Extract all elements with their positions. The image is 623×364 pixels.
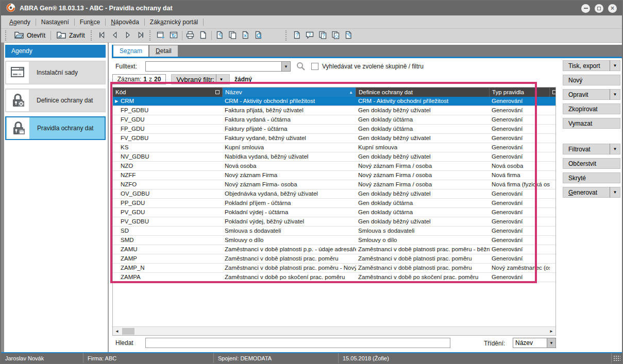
- column-header-definice-ochrany-dat[interactable]: Definice ochrany dat: [356, 88, 490, 97]
- column-header-k-d[interactable]: Kód: [113, 88, 223, 97]
- column-header-typ-pravidla[interactable]: Typ pravidla: [490, 88, 550, 97]
- menu-item-funkce[interactable]: Funkce: [75, 16, 105, 28]
- help-reference-icon: ◇: [331, 30, 340, 41]
- fulltext-dropdown-button[interactable]: ▼: [281, 62, 290, 71]
- action-button-label: Tisk, export: [563, 62, 610, 70]
- menu-item-zakaznicky-portal[interactable]: Zákaznický portál: [145, 16, 203, 28]
- toolbar-grip[interactable]: [285, 30, 288, 41]
- filtrovat-button[interactable]: Filtrovat▼: [563, 144, 620, 154]
- opravit-dropdown[interactable]: ▼: [610, 92, 620, 97]
- column-config-icon[interactable]: [215, 90, 220, 94]
- copy-record-button[interactable]: [226, 30, 239, 42]
- table-row[interactable]: ▶FV_GDBUFaktury vydané, běžný uživatelGe…: [113, 134, 555, 143]
- cell-type: Generování: [490, 115, 550, 124]
- table-row[interactable]: ▶PV_GDBUPokladní výdej, běžný uživatelGe…: [113, 217, 555, 227]
- selected-filter-dropdown[interactable]: ▼: [216, 77, 226, 82]
- previous-record-icon: [110, 30, 120, 41]
- skryte-button[interactable]: Skryté: [563, 172, 620, 183]
- scrollbar-thumb[interactable]: [122, 328, 134, 335]
- resize-grip-icon[interactable]: [613, 355, 620, 361]
- scroll-left-button[interactable]: ◄: [113, 327, 121, 335]
- toolbar-grip[interactable]: [149, 30, 151, 41]
- sort-dropdown-button[interactable]: ▼: [547, 338, 555, 348]
- last-record-button[interactable]: [134, 30, 147, 42]
- tisk-export-dropdown[interactable]: ▼: [610, 63, 620, 68]
- sidebar-item-instala-n-sady[interactable]: Instalační sady: [5, 61, 106, 84]
- cell-name: Zaměstnanci v době platnosti prac. poměr…: [223, 264, 356, 272]
- table-row[interactable]: ▶OV_GDBUObjednávka vydaná, běžný uživate…: [113, 189, 555, 199]
- close-button[interactable]: ×: [608, 4, 617, 13]
- minimize-button[interactable]: [581, 4, 590, 13]
- table-row[interactable]: ▶CRMCRM - Aktivity obchodní příležitostC…: [113, 97, 555, 106]
- table-row[interactable]: ▶SDSmlouva s dodavateliSmlouva s dodavat…: [113, 227, 555, 236]
- obcerstvit-button[interactable]: Občerstvit: [563, 158, 620, 169]
- fulltext-combobox: ▼: [145, 61, 291, 72]
- table-row[interactable]: ▶SMDSmlouvy o díloSmlouvy o díloGenerová…: [113, 236, 555, 245]
- action-button-label: Filtrovat: [563, 146, 610, 153]
- table-row[interactable]: ▶ZAMPAZaměstnanci v době po skočení prac…: [113, 273, 555, 282]
- table-row[interactable]: ▶ZAMUZaměstnanci v době platnosti p.p. -…: [113, 245, 555, 254]
- toolbar-grip[interactable]: [5, 30, 7, 41]
- edit-record-button[interactable]: ✎: [213, 30, 226, 42]
- table-row[interactable]: ▶NZFFNový záznam FirmaNový záznam Firma …: [113, 171, 555, 180]
- refresh-window-button[interactable]: ↻: [167, 30, 180, 42]
- sidebar-item-label: Definice ochrany dat: [29, 97, 93, 104]
- toolbar-grip[interactable]: [91, 30, 93, 41]
- vymazat-button[interactable]: Vymazat: [563, 118, 620, 129]
- sidebar-item-definice-ochrany-dat[interactable]: Definice ochrany dat: [5, 89, 106, 112]
- table-row[interactable]: ▶KSKupní smlouvaKupní smlouvaGenerování: [113, 143, 555, 152]
- fulltext-input[interactable]: [146, 62, 281, 71]
- column-config-icon[interactable]: [552, 90, 556, 94]
- table-row[interactable]: ▶NV_GDBUNabídka vydaná, běžný uživatelGe…: [113, 152, 555, 162]
- close-agenda-button[interactable]: Zavřít: [53, 29, 89, 42]
- table-row[interactable]: ▶NZFONový záznam Firma- osobaNový záznam…: [113, 180, 555, 189]
- table-row[interactable]: ▶ZAMPZaměstnanci v době platnosti prac. …: [113, 254, 555, 264]
- table-row[interactable]: ▶PP_GDUPokladní příjem - účtárnaGen dokl…: [113, 199, 555, 208]
- sidebar-item-pravidla-ochrany-dat[interactable]: Pravidla ochrany dat: [5, 116, 106, 140]
- open-button[interactable]: Otevřít: [10, 29, 49, 42]
- column-header-box[interactable]: [550, 88, 556, 97]
- search-icon[interactable]: [296, 61, 306, 73]
- help-reference-button[interactable]: ◇: [329, 30, 342, 42]
- maximize-button[interactable]: [595, 4, 603, 13]
- cell-name: Nový záznam Firma- osoba: [223, 180, 356, 189]
- table-row[interactable]: ▶FP_GDBUFaktura přijatá, běžný uživatelG…: [113, 106, 555, 115]
- help-topics-button[interactable]: ?: [316, 30, 329, 42]
- previous-record-button[interactable]: [109, 30, 122, 42]
- new-document-button[interactable]: [197, 30, 210, 42]
- tisk-export-button[interactable]: Tisk, export▼: [563, 60, 620, 71]
- table-row[interactable]: ▶FP_GDUFaktury přijaté - účtárnaGen dokl…: [113, 125, 555, 134]
- opravit-button[interactable]: Opravit▼: [563, 89, 620, 100]
- search-record-button[interactable]: [252, 30, 265, 42]
- tab-detail[interactable]: Detail: [149, 45, 178, 57]
- selected-filter-button[interactable]: Vybraný filtr: ▼: [171, 74, 230, 84]
- menu-item-napoveda[interactable]: Nápověda: [106, 16, 144, 28]
- quick-search-input[interactable]: [146, 338, 450, 348]
- context-help-button[interactable]: ?: [304, 30, 316, 42]
- table-row[interactable]: ▶FV_GDUFaktura vydaná - účtárnaGen dokla…: [113, 115, 555, 125]
- table-row[interactable]: ▶PV_GDUPokladní výdej - účtárnaGen dokla…: [113, 208, 555, 217]
- print-button[interactable]: [184, 30, 197, 42]
- group-filter-checkbox[interactable]: [311, 63, 318, 70]
- open-agenda-button[interactable]: +: [155, 30, 167, 42]
- send-feedback-button[interactable]: ✎: [342, 30, 355, 42]
- svg-text:×: ×: [244, 32, 247, 38]
- filtrovat-dropdown[interactable]: ▼: [610, 147, 620, 151]
- help-button[interactable]: ?: [291, 30, 304, 42]
- zkopirovat-button[interactable]: Zkopírovat: [563, 103, 620, 114]
- menu-item-nastaveni[interactable]: Nastavení: [36, 16, 74, 28]
- generovat-button[interactable]: Generovat▼: [563, 187, 620, 198]
- table-row[interactable]: ▶NZONová osobaNový záznam Firma / osobaN…: [113, 162, 555, 171]
- table-row[interactable]: ▶ZAMP_NZaměstnanci v době platnosti prac…: [113, 264, 555, 273]
- novy-button[interactable]: Nový: [563, 75, 620, 85]
- generovat-dropdown[interactable]: ▼: [610, 190, 620, 195]
- delete-record-button[interactable]: ×: [239, 30, 252, 42]
- first-record-button[interactable]: [96, 30, 109, 42]
- menu-item-agendy[interactable]: Agendy: [4, 16, 36, 28]
- tab-seznam[interactable]: Seznam: [113, 45, 148, 57]
- next-record-button[interactable]: [122, 30, 134, 42]
- horizontal-scrollbar[interactable]: ◄ ►: [113, 326, 555, 335]
- column-header-n-zev[interactable]: Název▲: [223, 88, 356, 97]
- scroll-right-button[interactable]: ►: [547, 327, 555, 335]
- sort-combobox[interactable]: ▼: [513, 338, 556, 348]
